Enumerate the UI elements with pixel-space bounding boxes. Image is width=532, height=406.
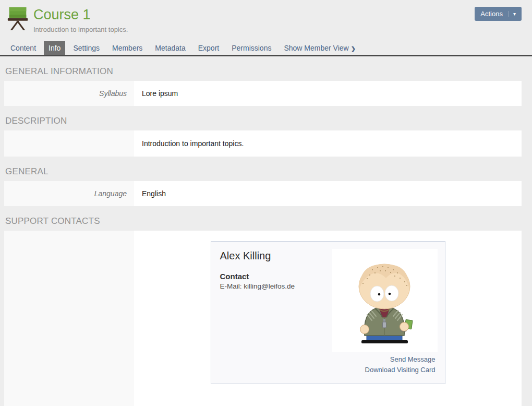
contact-card: Alex Killing Contact E-Mail: killing@lei… — [211, 241, 445, 384]
header-text: Course 1 Introduction to important topic… — [33, 5, 128, 33]
tab-show-member-view[interactable]: Show Member View❯ — [279, 41, 360, 55]
section-title-general-information: GENERAL INFORMATION — [5, 66, 521, 77]
caret-down-icon: ▾ — [508, 11, 516, 17]
contact-card-links: Send Message Download Visiting Card — [365, 354, 436, 375]
tab-permissions[interactable]: Permissions — [227, 41, 276, 55]
language-row: Language English — [4, 181, 522, 206]
course-blackboard-icon — [7, 6, 28, 30]
syllabus-row: Syllabus Lore ipsum — [4, 81, 522, 106]
language-value: English — [134, 181, 522, 206]
send-message-link[interactable]: Send Message — [365, 354, 436, 365]
language-label: Language — [4, 181, 134, 206]
info-content: GENERAL INFORMATION Syllabus Lore ipsum … — [0, 56, 532, 406]
syllabus-value: Lore ipsum — [134, 81, 522, 106]
description-value: Introduction to important topics. — [134, 130, 522, 157]
download-visiting-card-link[interactable]: Download Visiting Card — [365, 365, 436, 375]
tab-bar: Content Info Settings Members Metadata E… — [0, 41, 532, 56]
description-row: Introduction to important topics. — [4, 130, 522, 157]
actions-button[interactable]: Actions ▾ — [475, 7, 522, 21]
page-title: Course 1 — [33, 6, 128, 23]
tab-metadata[interactable]: Metadata — [150, 41, 190, 55]
tab-info[interactable]: Info — [44, 41, 65, 55]
syllabus-label: Syllabus — [4, 81, 134, 106]
actions-button-label: Actions — [480, 10, 503, 18]
section-title-support-contacts: SUPPORT CONTACTS — [5, 216, 521, 226]
tab-content[interactable]: Content — [6, 41, 41, 55]
contact-photo — [332, 249, 438, 352]
tab-settings[interactable]: Settings — [68, 41, 104, 55]
page-header: Course 1 Introduction to important topic… — [0, 0, 532, 33]
support-contacts-value-column: Alex Killing Contact E-Mail: killing@lei… — [134, 231, 522, 406]
support-contacts-label-column — [4, 231, 134, 406]
tab-members[interactable]: Members — [107, 41, 147, 55]
description-label — [4, 130, 134, 157]
page-subtitle: Introduction to important topics. — [33, 26, 128, 33]
section-title-general: GENERAL — [5, 166, 521, 177]
course-page: Course 1 Introduction to important topic… — [0, 0, 532, 406]
support-contacts-panel: Alex Killing Contact E-Mail: killing@lei… — [4, 231, 522, 406]
tab-export[interactable]: Export — [194, 41, 224, 55]
tab-show-member-view-label: Show Member View — [284, 44, 348, 52]
chevron-right-icon: ❯ — [351, 45, 356, 52]
user-avatar-illustration — [332, 249, 438, 352]
section-title-description: DESCRIPTION — [5, 116, 521, 126]
